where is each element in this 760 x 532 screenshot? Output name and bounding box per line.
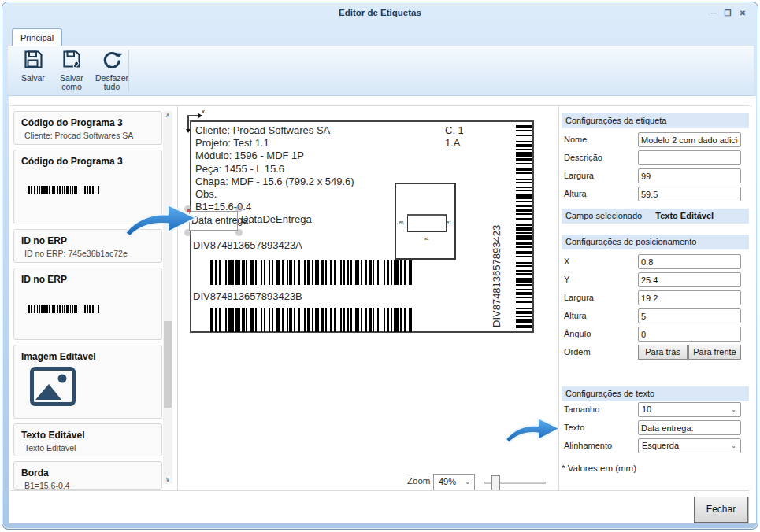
close-icon[interactable]: ✕	[736, 7, 749, 19]
field-card-codigo-programa-barcode[interactable]: Código do Programa 3	[13, 150, 162, 224]
altura-input[interactable]	[638, 187, 741, 201]
undo-icon	[93, 49, 131, 73]
cycle-code: C. 1	[445, 124, 464, 137]
label-text-block: Cliente: Procad Softwares SA Projeto: Te…	[195, 124, 354, 213]
chevron-down-icon: ⌄	[731, 403, 736, 416]
descricao-label: Descrição	[564, 153, 602, 162]
ribbon-separator	[128, 50, 129, 92]
tamanho-combobox[interactable]: 10 ⌄	[638, 402, 741, 417]
tab-principal[interactable]: Principal	[12, 28, 62, 46]
pos-largura-input[interactable]	[638, 290, 741, 305]
section-header-campo-selecionado: Campo selecionado Texto Editável	[562, 209, 749, 224]
section-header-etiqueta: Configurações da etiqueta	[562, 113, 749, 128]
resize-handle[interactable]	[235, 229, 243, 236]
save-as-button[interactable]: Salvar como	[54, 48, 90, 94]
send-backward-button[interactable]: Para trás	[638, 345, 688, 360]
vertical-barcode	[516, 125, 532, 328]
alinhamento-combobox[interactable]: Esquerda ⌄	[638, 438, 741, 453]
x-input[interactable]	[638, 254, 741, 269]
tamanho-value: 10	[642, 405, 651, 414]
canvas-panel-divider	[558, 105, 559, 490]
section-header-texto: Configurações de texto	[562, 386, 749, 401]
label-line: Chapa: MDF - 15.6 (799.2 x 549.6)	[195, 175, 354, 188]
image-icon	[30, 367, 76, 409]
ribbon: Salvar Salvar como Desfazer tudo	[8, 46, 754, 96]
texto-label: Texto	[564, 423, 584, 432]
bring-forward-button[interactable]: Para frente	[688, 345, 741, 360]
alinhamento-label: Alinhamento	[564, 441, 612, 450]
field-card-id-erp-barcode[interactable]: ID no ERP	[13, 268, 162, 340]
footer-divider	[10, 490, 749, 491]
tamanho-label: Tamanho	[564, 405, 599, 414]
field-card-id-erp[interactable]: ID no ERP ID no ERP: 745e36b1ac72e	[13, 229, 162, 263]
pos-altura-label: Altura	[564, 311, 587, 320]
card-subtitle: Cliente: Procad Softwares SA	[14, 128, 161, 140]
chevron-down-icon: ⌄	[465, 475, 470, 490]
campo-selecionado-value: Texto Editável	[655, 211, 714, 220]
panel-right-divider	[751, 105, 751, 490]
scroll-up-icon[interactable]: ∧	[163, 112, 172, 119]
card-subtitle: Texto Editável	[14, 441, 161, 453]
zoom-value: 49%	[439, 477, 456, 486]
vertical-barcode-text: DIV874813657893423	[491, 178, 502, 327]
sidebar-scrollbar[interactable]: ∧ ∨	[163, 111, 172, 484]
zoom-label: Zoom	[407, 476, 430, 486]
angulo-input[interactable]	[638, 327, 741, 342]
barcode-a-label: DIV874813657893423A	[193, 239, 302, 251]
save-label: Salvar	[16, 74, 50, 83]
barcode-b-label: DIV874813657893423B	[193, 290, 302, 302]
resize-handle[interactable]	[184, 205, 191, 212]
field-card-codigo-programa[interactable]: Código do Programa 3 Cliente: Procad Sof…	[13, 111, 162, 145]
window-title: Editor de Etiquetas	[2, 2, 758, 24]
field-card-texto-editavel[interactable]: Texto Editável Texto Editável	[13, 423, 162, 456]
section-header-posicionamento: Configurações de posicionamento	[562, 235, 749, 249]
angulo-label: Ângulo	[564, 329, 591, 338]
altura-label: Altura	[564, 189, 587, 198]
maximize-button[interactable]: ❐	[721, 7, 734, 19]
units-footnote: * Valores em (mm)	[562, 464, 636, 473]
part-label-bottom: a1	[424, 236, 429, 241]
resize-handle[interactable]	[184, 229, 191, 236]
chevron-down-icon: ⌄	[731, 439, 736, 453]
barcode-a	[210, 260, 413, 285]
ordem-label: Ordem	[564, 347, 591, 357]
close-dialog-button[interactable]: Fechar	[694, 497, 748, 523]
part-drawing-slot	[407, 214, 447, 232]
card-title: Texto Editável	[14, 424, 161, 441]
texto-input[interactable]	[638, 420, 741, 435]
y-label: Y	[564, 275, 569, 284]
zoom-slider-thumb[interactable]	[491, 475, 500, 490]
largura-label: Largura	[564, 171, 594, 180]
corner-codes: C. 1 1.A	[445, 124, 464, 150]
x-label: X	[564, 257, 569, 266]
nome-input[interactable]	[638, 132, 741, 147]
y-input[interactable]	[638, 272, 741, 287]
origin-x-label: x	[202, 108, 205, 115]
card-title: ID no ERP	[14, 230, 161, 246]
scrollbar-thumb[interactable]	[164, 321, 172, 408]
minimize-button[interactable]: ─	[707, 7, 720, 19]
field-card-borda[interactable]: Borda B1=15.6-0.4	[13, 461, 162, 490]
barcode-thumbnail	[28, 186, 99, 194]
undo-all-button[interactable]: Desfazer tudo	[93, 48, 131, 94]
save-as-label: Salvar como	[54, 74, 90, 91]
card-subtitle: B1=15.6-0.4	[14, 478, 161, 490]
label-line: Peça: 1455 - L 15.6	[195, 163, 354, 175]
descricao-input[interactable]	[638, 150, 741, 165]
save-button[interactable]: Salvar	[16, 48, 50, 94]
largura-input[interactable]	[638, 168, 741, 183]
resize-handle[interactable]	[235, 205, 243, 212]
pos-largura-label: Largura	[564, 293, 594, 302]
field-card-imagem-editavel[interactable]: Imagem Editável	[13, 345, 162, 419]
zoom-select[interactable]: 49% ⌄	[433, 474, 475, 490]
label-preview[interactable]: Cliente: Procad Softwares SA Projeto: Te…	[190, 120, 534, 333]
undo-all-label: Desfazer tudo	[93, 74, 131, 91]
save-as-icon	[54, 49, 90, 73]
pos-altura-input[interactable]	[638, 308, 741, 323]
label-line: Projeto: Test 1.1	[195, 137, 354, 150]
card-subtitle: ID no ERP: 745e36b1ac72e	[14, 246, 161, 258]
scroll-down-icon[interactable]: ∨	[163, 476, 172, 483]
label-line: Cliente: Procad Softwares SA	[195, 124, 354, 137]
window-frame: Editor de Etiquetas ─ ❐ ✕ Principal Salv…	[2, 2, 758, 530]
alinhamento-value: Esquerda	[642, 441, 679, 450]
